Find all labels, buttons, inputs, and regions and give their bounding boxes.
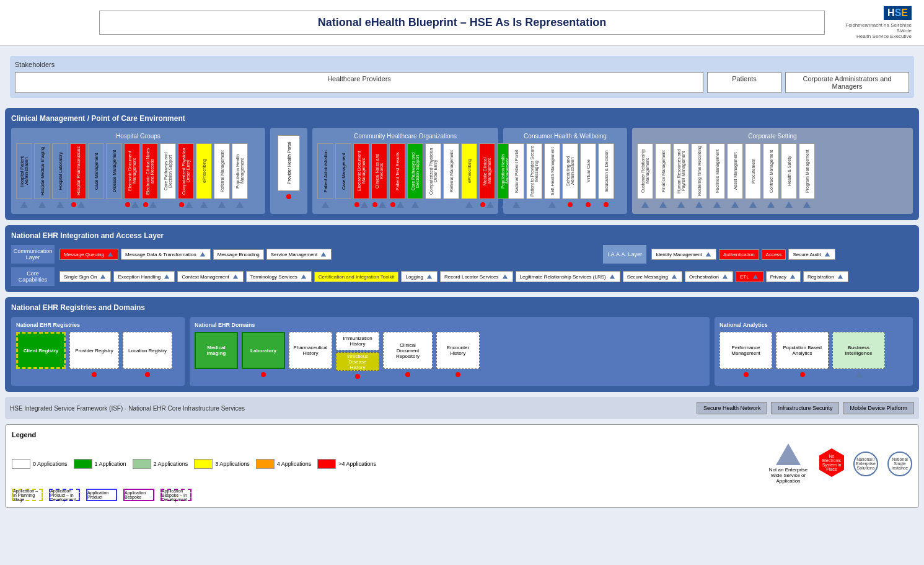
isf-items: Secure Health Network Infrastructure Sec… (697, 402, 914, 414)
app-c-referral: Referral Management (443, 143, 459, 199)
reg-location-registry: Location Registry (123, 332, 172, 369)
stakeholder-corporate: Corporate Administrators and Managers (785, 72, 909, 93)
app-electronic-clinical: Electronic Clinical Notes and Records (142, 143, 158, 199)
app-cpoe: Computerized Physician Order Entry (178, 143, 194, 199)
circle-icon-2: National Single Instance (887, 452, 912, 476)
item-exception: Exception Handling (113, 271, 175, 282)
app-col-npp: National Patient Portal (508, 143, 524, 209)
stakeholders-section: Stakeholders Healthcare Providers Patien… (10, 56, 914, 98)
reg-client-registry: Client Registry (16, 332, 66, 369)
item-terminology: Terminology Services (246, 271, 312, 282)
app-col-fin: Finance Management (655, 143, 671, 209)
legend-borders: Application – In Planning Stage Applicat… (12, 489, 912, 501)
legend-3-apps: 3 Applications (194, 459, 250, 469)
isf-secure-health-network: Secure Health Network (697, 402, 768, 414)
app-col-cmcm: Mobile Clinical Management (479, 143, 495, 209)
shape-national-enterprise: National / Enterprise Solutions (853, 452, 878, 476)
app-scheduling: Scheduling and Administration (562, 143, 578, 199)
app-c-edoc: Electronic Document Management (353, 143, 369, 199)
legend-2-apps-label: 2 Applications (154, 461, 188, 467)
corporate-setting: Corporate Setting Customer Relationship … (632, 128, 913, 214)
app-pop-health: Population Health Management (232, 143, 248, 199)
clinical-section: Clinical Management / Point of Care Envi… (5, 108, 919, 220)
comm-layer-label: Communication Layer (11, 245, 55, 264)
analytics-items: Performance Management Population Based … (719, 332, 908, 379)
domain-laboratory: Laboratory (242, 332, 285, 369)
legend-1-app-label: 1 Application (95, 461, 126, 467)
corporate-apps-row: Customer Relationship Management Finance… (637, 143, 908, 209)
stakeholder-patients: Patients (707, 72, 781, 93)
domain-encounter-history: Encounter History (436, 332, 480, 369)
app-col-ccpads: Care Pathways and Decision Support (407, 143, 423, 209)
app-col-case: Case Management (88, 143, 104, 209)
legend-4-apps-label: 4 Applications (277, 461, 312, 467)
app-col-cpads: Care Pathways and Decision Support (160, 143, 176, 209)
app-contract: Contract Management (763, 143, 779, 199)
community-apps-row: Patient Administration Case Management E… (317, 143, 493, 209)
legend-product: Application Product (86, 489, 117, 501)
domain-infectious-disease: Infectious Disease History (336, 352, 379, 371)
legend-planning: Application – In Planning Stage (12, 489, 43, 501)
domain-pharma-history: Pharmaceutical History (289, 332, 332, 369)
app-eprescribing: ePrescribing (196, 143, 212, 199)
isf-infrastructure-security: Infrastructure Security (771, 402, 839, 414)
app-national-patient-portal: National Patient Portal (508, 143, 524, 199)
app-health-safety: Health & Safety (781, 143, 797, 199)
legend-product-dev-box: Application Product – In Development (49, 489, 80, 501)
item-logging: Logging (401, 271, 437, 282)
hospital-groups-title: Hospital Groups (16, 133, 260, 140)
app-rostering: Rostering Time Recording (691, 143, 707, 199)
legend-bespoke: Application Bespoke (123, 489, 154, 501)
consumer-section: Consumer Health & Wellbeing National Pat… (503, 128, 627, 214)
app-c-clinical-notes: Clinical Notes and Records (371, 143, 387, 199)
consumer-title: Consumer Health & Wellbeing (508, 133, 622, 140)
reg-provider-registry: Provider Registry (69, 332, 119, 369)
item-lrs: Legitimate Relationship Services (LRS) (516, 271, 620, 282)
app-col-cep: ePrescribing (461, 143, 477, 209)
domain-immunization-history: Immunization History (336, 332, 379, 350)
app-education: Education & Decision (598, 143, 614, 199)
item-message-encoding: Message Encoding (213, 249, 264, 260)
app-col-crm: Customer Relationship Management (637, 143, 653, 209)
legend-planning-box: Application – In Planning Stage (12, 489, 43, 501)
app-col-vc: Virtual Care (580, 143, 596, 209)
ehr-registries-section: National EHR Registries and Domains Nati… (5, 297, 919, 392)
item-registration: Registration (803, 271, 848, 282)
legend-title: Legend (12, 431, 912, 438)
circle-icon-1: National / Enterprise Solutions (853, 452, 878, 476)
hospital-groups: Hospital Groups Hospital Patient Adminis… (11, 128, 265, 214)
item-record-locator: Record Locator Services (440, 271, 513, 282)
app-asset: Asset Management (727, 143, 743, 199)
app-col-disease: Disease Management (106, 143, 122, 209)
legend-2-apps-box (133, 459, 151, 469)
item-context: Context Management (177, 271, 244, 282)
national-analytics-title: National Analytics (719, 322, 908, 328)
app-col-program: Program Management (799, 143, 815, 209)
legend-more-apps-box (317, 459, 336, 469)
item-privacy: Privacy (766, 271, 801, 282)
comm-layer-items: Message Queuing Message Data & Transform… (59, 249, 332, 260)
national-domains-title: National EHR Domains (195, 322, 705, 328)
app-patient-secure-msg: Patient to Provider Secure Messaging (526, 143, 542, 199)
community-title: Community Healthcare Organizations (317, 133, 493, 140)
app-col-contract: Contract Management (763, 143, 779, 209)
analytics-performance: Performance Management (719, 332, 772, 369)
ehr-integration-inner: Communication Layer Message Queuing Mess… (11, 245, 913, 286)
app-col-ccm: Case Management (335, 143, 351, 209)
stakeholder-healthcare-providers: Healthcare Providers (15, 72, 703, 93)
iaaa-layer-label: I.A.A.A. Layer (603, 245, 646, 264)
shape-not-enterprise: Not an Enterprise Wide Service or Applic… (767, 443, 810, 484)
community-section: Community Healthcare Organizations Patie… (312, 128, 498, 214)
shape-no-electronic: No Electronic System in Place (819, 448, 844, 479)
app-col-edoc: Electronic Document Management (124, 143, 140, 209)
core-cap-items: Single Sign On Exception Handling Contex… (59, 271, 913, 282)
legend-4-apps: 4 Applications (256, 459, 312, 469)
app-col-hlab: Hospital Laboratory (52, 143, 68, 209)
app-col-asset: Asset Management (727, 143, 743, 209)
hospital-apps-row: Hospital Patient Administration Hospital… (16, 143, 260, 209)
legend-0-apps: 0 Applications (12, 459, 68, 469)
item-cert-toolkit: Certification and Integration Toolkit (314, 272, 399, 282)
national-analytics-group: National Analytics Performance Managemen… (715, 317, 913, 386)
app-c-care-pathways: Care Pathways and Decision Support (407, 143, 423, 199)
app-col-ecnr: Electronic Clinical Notes and Records (142, 143, 158, 209)
